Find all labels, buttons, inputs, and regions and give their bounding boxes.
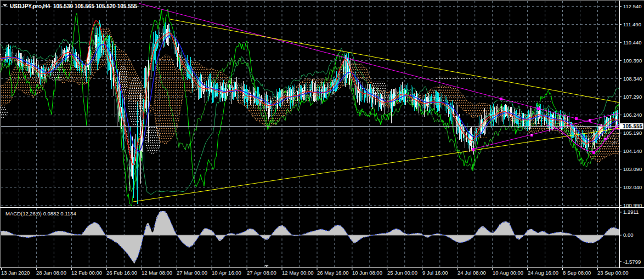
svg-text:111.490: 111.490: [623, 21, 641, 27]
svg-text:10 Aug 00:00: 10 Aug 00:00: [493, 270, 523, 276]
svg-text:8 Sep 08:00: 8 Sep 08:00: [563, 270, 591, 276]
svg-text:12 Feb 00:00: 12 Feb 00:00: [71, 270, 102, 276]
svg-text:MACD(12,26,9) 0.0882 0.1134: MACD(12,26,9) 0.0882 0.1134: [5, 210, 76, 217]
svg-text:10 Apr 16:00: 10 Apr 16:00: [212, 270, 241, 276]
svg-text:USDJPY,pro,H4 105.530 105.565: USDJPY,pro,H4 105.530 105.565 105.520 10…: [10, 3, 137, 9]
svg-text:27 Mar 00:00: 27 Mar 00:00: [177, 270, 207, 276]
svg-text:12 May 00:00: 12 May 00:00: [282, 270, 314, 276]
svg-text:107.290: 107.290: [623, 94, 642, 100]
svg-text:103.090: 103.090: [623, 166, 642, 172]
svg-text:112.540: 112.540: [623, 3, 642, 9]
svg-text:28 Jan 08:00: 28 Jan 08:00: [36, 270, 66, 276]
svg-text:13 Jan 2020: 13 Jan 2020: [1, 270, 30, 276]
svg-text:105.190: 105.190: [623, 130, 642, 136]
svg-text:10 Jun 08:00: 10 Jun 08:00: [352, 270, 382, 276]
svg-text:25 Jun 00:00: 25 Jun 00:00: [387, 270, 417, 276]
svg-text:108.340: 108.340: [623, 76, 642, 82]
svg-text:104.140: 104.140: [623, 148, 642, 154]
svg-text:27 Apr 08:00: 27 Apr 08:00: [247, 270, 276, 276]
svg-text:12 Mar 08:00: 12 Mar 08:00: [142, 270, 172, 276]
svg-text:1.2911: 1.2911: [623, 209, 639, 215]
svg-text:9 Jul 16:00: 9 Jul 16:00: [422, 270, 448, 276]
svg-text:26 Feb 16:00: 26 Feb 16:00: [106, 270, 137, 276]
svg-text:24 Aug 16:00: 24 Aug 16:00: [528, 270, 558, 276]
svg-text:100.990: 100.990: [623, 202, 642, 208]
svg-text:26 May 16:00: 26 May 16:00: [317, 270, 349, 276]
svg-text:-1.5799: -1.5799: [623, 259, 641, 265]
svg-text:105.555: 105.555: [623, 123, 643, 129]
svg-text:23 Sep 00:00: 23 Sep 00:00: [597, 270, 629, 276]
svg-text:0.00: 0.00: [623, 232, 634, 238]
svg-text:110.440: 110.440: [623, 39, 642, 45]
svg-text:102.040: 102.040: [623, 184, 642, 190]
svg-text:106.240: 106.240: [623, 112, 642, 118]
svg-text:109.390: 109.390: [623, 58, 642, 64]
svg-text:24 Jul 08:00: 24 Jul 08:00: [457, 270, 486, 276]
